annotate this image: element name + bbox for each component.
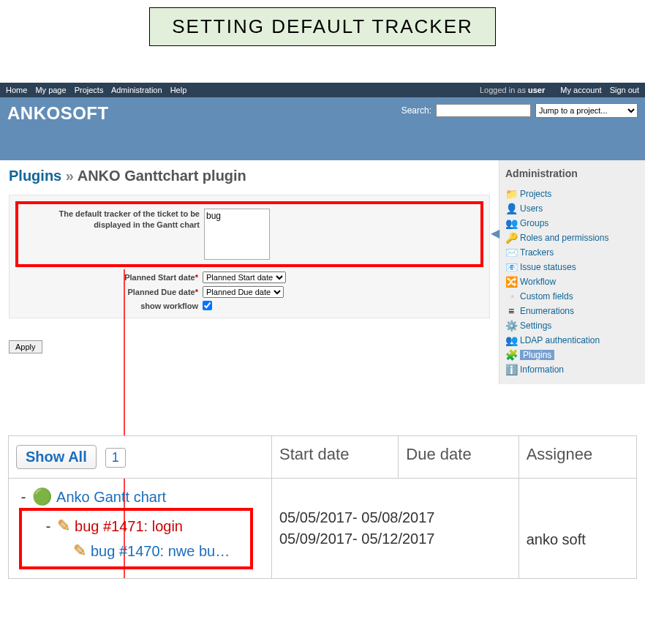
top-menu: Home My page Projects Administration Hel… [0, 83, 645, 97]
collapse-toggle[interactable]: - [44, 517, 53, 535]
sidebar-item-plugins[interactable]: Plugins [520, 350, 554, 360]
table-row: - ✎ bug #1471: login [25, 514, 247, 539]
ldap-icon: 👥 [505, 334, 517, 346]
settings-form: The default tracker of the ticket to be … [9, 195, 490, 318]
due-date-label: Planned Due date* [81, 288, 198, 296]
gantt-rows-highlight: - ✎ bug #1471: login ✎ bug #1470: nwe bu… [19, 508, 253, 569]
roles-icon: 🔑 [505, 232, 517, 244]
sidebar-title: Administration [505, 168, 639, 179]
col-start-date: Start date [272, 436, 399, 479]
breadcrumb-current: ANKO Ganttchart plugin [78, 168, 246, 184]
users-icon: 👤 [505, 203, 517, 214]
dates-cell: 05/05/2017- 05/08/2017 05/09/2017- 05/12… [272, 479, 519, 579]
tracker-setting-highlight: The default tracker of the ticket to be … [15, 201, 483, 267]
header: ANKOSOFT Search: Jump to a project... [0, 97, 645, 160]
search-label: Search: [401, 105, 431, 116]
assignee-cell: anko soft [518, 479, 636, 579]
page-number[interactable]: 1 [105, 448, 126, 468]
tracker-label: The default tracker of the ticket to be … [24, 209, 200, 231]
sidebar-item-workflow[interactable]: Workflow [520, 277, 556, 287]
sidebar-item-projects[interactable]: Projects [520, 189, 551, 199]
workflow-checkbox[interactable] [203, 301, 212, 310]
enumerations-icon: ≡ [505, 305, 517, 317]
sidebar-list: 📁Projects 👤Users 👥Groups 🔑Roles and perm… [505, 187, 639, 377]
tracker-textarea[interactable]: bug [204, 209, 270, 260]
nav-help[interactable]: Help [170, 86, 187, 94]
issue-link-1470[interactable]: bug #1470: nwe bu… [91, 543, 230, 560]
apply-button[interactable]: Apply [9, 340, 42, 353]
issue-icon: ✎ [57, 517, 70, 536]
nav-projects[interactable]: Projects [75, 86, 104, 94]
workflow-icon: 🔀 [505, 276, 517, 288]
due-date-select[interactable]: Planned Due date [203, 286, 284, 298]
app-title: ANKOSOFT [7, 103, 109, 124]
nav-myaccount[interactable]: My account [560, 86, 601, 94]
redmine-window: Home My page Projects Administration Hel… [0, 83, 645, 384]
search-input[interactable] [436, 104, 531, 117]
admin-sidebar: ◀ Administration 📁Projects 👤Users 👥Group… [499, 160, 645, 384]
col-assignee: Assignee [518, 436, 636, 479]
issue-icon: ✎ [73, 542, 86, 561]
customfields-icon: ▫️ [505, 291, 517, 302]
information-icon: ℹ️ [505, 364, 517, 375]
project-row: - 🟢 Anko Gantt chart [19, 487, 264, 506]
project-link[interactable]: Anko Gantt chart [56, 489, 166, 506]
sidebar-item-statuses[interactable]: Issue statuses [520, 262, 576, 272]
table-row: ✎ bug #1470: nwe bu… [25, 539, 247, 564]
breadcrumb: Plugins » ANKO Ganttchart plugin [9, 168, 490, 184]
show-all-button[interactable]: Show All [16, 445, 97, 469]
groups-icon: 👥 [505, 217, 517, 229]
page-heading: SETTING DEFAULT TRACKER [149, 7, 496, 46]
logged-in-label: Logged in as user [480, 86, 547, 94]
nav-home[interactable]: Home [6, 86, 27, 94]
sidebar-item-roles[interactable]: Roles and permissions [520, 233, 608, 243]
statuses-icon: 📧 [505, 261, 517, 273]
nav-signout[interactable]: Sign out [610, 86, 639, 94]
col-due-date: Due date [399, 436, 518, 479]
sidebar-item-settings[interactable]: Settings [520, 321, 551, 331]
gantt-preview-table: Show All 1 Start date Due date Assignee … [8, 435, 637, 579]
breadcrumb-root[interactable]: Plugins [9, 168, 61, 184]
sidebar-item-trackers[interactable]: Trackers [520, 247, 554, 258]
start-date-label: Planned Start date* [81, 273, 198, 282]
sidebar-item-groups[interactable]: Groups [520, 218, 548, 228]
project-icon: 🟢 [32, 487, 52, 506]
start-date-select[interactable]: Planned Start date [203, 272, 286, 283]
sidebar-item-enumerations[interactable]: Enumerations [520, 306, 574, 316]
sidebar-item-users[interactable]: Users [520, 203, 543, 214]
plugins-icon: 🧩 [505, 349, 517, 361]
project-jump-select[interactable]: Jump to a project... [535, 103, 638, 118]
nav-mypage[interactable]: My page [35, 86, 66, 94]
sidebar-item-customfields[interactable]: Custom fields [520, 291, 573, 302]
workflow-label: show workflow [81, 302, 198, 310]
sidebar-item-information[interactable]: Information [520, 364, 564, 375]
nav-administration[interactable]: Administration [111, 86, 162, 94]
sidebar-collapse-icon[interactable]: ◀ [491, 226, 499, 240]
projects-icon: 📁 [505, 188, 517, 200]
trackers-icon: ✉️ [505, 247, 517, 258]
sidebar-item-ldap[interactable]: LDAP authentication [520, 335, 600, 345]
collapse-toggle[interactable]: - [19, 488, 28, 506]
issue-link-1471[interactable]: bug #1471: login [75, 518, 183, 535]
settings-icon: ⚙️ [505, 320, 517, 332]
content-area: Plugins » ANKO Ganttchart plugin The def… [0, 160, 499, 384]
